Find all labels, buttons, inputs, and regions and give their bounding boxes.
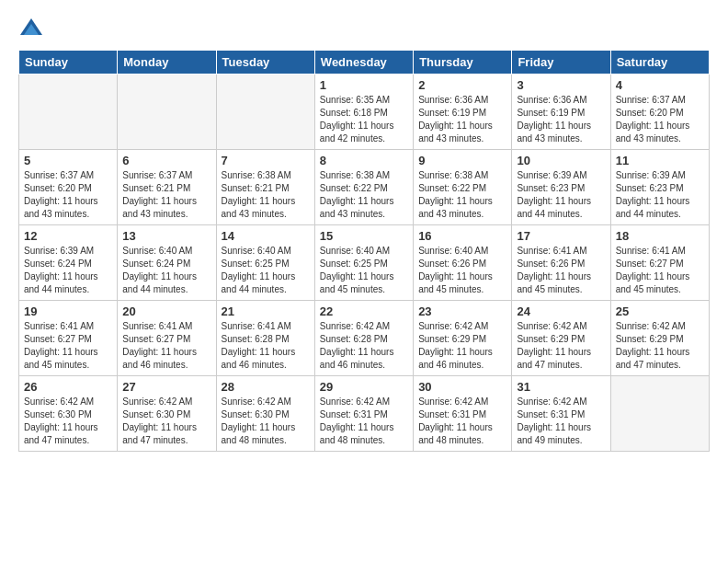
day-number: 19 — [24, 304, 112, 318]
day-info: Sunrise: 6:38 AMSunset: 6:22 PMDaylight:… — [418, 169, 506, 221]
day-cell: 26 Sunrise: 6:42 AMSunset: 6:30 PMDaylig… — [19, 376, 118, 452]
day-number: 16 — [418, 229, 506, 243]
day-info: Sunrise: 6:38 AMSunset: 6:21 PMDaylight:… — [222, 169, 310, 221]
day-cell: 25 Sunrise: 6:42 AMSunset: 6:29 PMDaylig… — [610, 301, 709, 376]
day-cell: 30 Sunrise: 6:42 AMSunset: 6:31 PMDaylig… — [414, 376, 512, 452]
day-number: 23 — [418, 304, 506, 318]
logo — [18, 15, 48, 40]
day-info: Sunrise: 6:41 AMSunset: 6:27 PMDaylight:… — [122, 320, 210, 372]
day-number: 27 — [122, 380, 210, 394]
day-cell: 6 Sunrise: 6:37 AMSunset: 6:21 PMDayligh… — [118, 150, 216, 225]
day-info: Sunrise: 6:41 AMSunset: 6:26 PMDaylight:… — [517, 245, 605, 296]
week-row-4: 19 Sunrise: 6:41 AMSunset: 6:27 PMDaylig… — [19, 301, 710, 376]
day-cell: 19 Sunrise: 6:41 AMSunset: 6:27 PMDaylig… — [19, 301, 118, 376]
day-info: Sunrise: 6:39 AMSunset: 6:23 PMDaylight:… — [517, 169, 605, 221]
weekday-header-sunday: Sunday — [19, 51, 118, 75]
day-info: Sunrise: 6:40 AMSunset: 6:25 PMDaylight:… — [320, 245, 408, 296]
day-info: Sunrise: 6:42 AMSunset: 6:31 PMDaylight:… — [418, 396, 506, 447]
day-number: 14 — [222, 229, 310, 243]
day-cell — [216, 75, 314, 150]
day-cell: 4 Sunrise: 6:37 AMSunset: 6:20 PMDayligh… — [610, 75, 709, 150]
weekday-header-wednesday: Wednesday — [314, 51, 413, 75]
day-number: 9 — [418, 154, 506, 167]
day-cell: 29 Sunrise: 6:42 AMSunset: 6:31 PMDaylig… — [314, 376, 413, 452]
day-cell: 7 Sunrise: 6:38 AMSunset: 6:21 PMDayligh… — [216, 150, 314, 225]
day-number: 21 — [222, 304, 310, 318]
day-number: 18 — [616, 229, 704, 243]
day-cell: 10 Sunrise: 6:39 AMSunset: 6:23 PMDaylig… — [512, 150, 610, 225]
day-number: 29 — [320, 380, 408, 394]
day-cell: 15 Sunrise: 6:40 AMSunset: 6:25 PMDaylig… — [314, 225, 413, 301]
day-cell: 2 Sunrise: 6:36 AMSunset: 6:19 PMDayligh… — [414, 75, 512, 150]
day-number: 20 — [122, 304, 210, 318]
day-cell: 20 Sunrise: 6:41 AMSunset: 6:27 PMDaylig… — [118, 301, 216, 376]
day-cell — [118, 75, 216, 150]
day-cell: 14 Sunrise: 6:40 AMSunset: 6:25 PMDaylig… — [216, 225, 314, 301]
day-number: 5 — [24, 154, 112, 167]
weekday-header-monday: Monday — [118, 51, 216, 75]
day-number: 8 — [320, 154, 408, 167]
day-info: Sunrise: 6:37 AMSunset: 6:21 PMDaylight:… — [122, 169, 210, 221]
logo-icon — [18, 15, 44, 40]
weekday-header-thursday: Thursday — [414, 51, 512, 75]
page: SundayMondayTuesdayWednesdayThursdayFrid… — [0, 0, 728, 563]
day-number: 13 — [122, 229, 210, 243]
day-cell — [19, 75, 118, 150]
day-cell: 21 Sunrise: 6:41 AMSunset: 6:28 PMDaylig… — [216, 301, 314, 376]
calendar: SundayMondayTuesdayWednesdayThursdayFrid… — [18, 50, 710, 452]
day-info: Sunrise: 6:38 AMSunset: 6:22 PMDaylight:… — [320, 169, 408, 221]
day-cell: 24 Sunrise: 6:42 AMSunset: 6:29 PMDaylig… — [512, 301, 610, 376]
header — [18, 15, 710, 40]
day-cell: 11 Sunrise: 6:39 AMSunset: 6:23 PMDaylig… — [610, 150, 709, 225]
day-info: Sunrise: 6:36 AMSunset: 6:19 PMDaylight:… — [418, 94, 506, 145]
weekday-header-tuesday: Tuesday — [216, 51, 314, 75]
day-info: Sunrise: 6:41 AMSunset: 6:27 PMDaylight:… — [616, 245, 704, 296]
day-info: Sunrise: 6:42 AMSunset: 6:28 PMDaylight:… — [320, 320, 408, 372]
day-info: Sunrise: 6:41 AMSunset: 6:28 PMDaylight:… — [222, 320, 310, 372]
day-cell: 27 Sunrise: 6:42 AMSunset: 6:30 PMDaylig… — [118, 376, 216, 452]
day-number: 6 — [122, 154, 210, 167]
day-cell: 28 Sunrise: 6:42 AMSunset: 6:30 PMDaylig… — [216, 376, 314, 452]
day-number: 30 — [418, 380, 506, 394]
day-number: 24 — [517, 304, 605, 318]
day-cell: 23 Sunrise: 6:42 AMSunset: 6:29 PMDaylig… — [414, 301, 512, 376]
day-number: 25 — [616, 304, 704, 318]
day-number: 3 — [517, 78, 605, 92]
day-cell — [610, 376, 709, 452]
day-cell: 12 Sunrise: 6:39 AMSunset: 6:24 PMDaylig… — [19, 225, 118, 301]
day-cell: 1 Sunrise: 6:35 AMSunset: 6:18 PMDayligh… — [314, 75, 413, 150]
day-info: Sunrise: 6:40 AMSunset: 6:24 PMDaylight:… — [122, 245, 210, 296]
day-info: Sunrise: 6:39 AMSunset: 6:24 PMDaylight:… — [24, 245, 112, 296]
week-row-3: 12 Sunrise: 6:39 AMSunset: 6:24 PMDaylig… — [19, 225, 710, 301]
day-cell: 5 Sunrise: 6:37 AMSunset: 6:20 PMDayligh… — [19, 150, 118, 225]
day-info: Sunrise: 6:42 AMSunset: 6:29 PMDaylight:… — [616, 320, 704, 372]
week-row-2: 5 Sunrise: 6:37 AMSunset: 6:20 PMDayligh… — [19, 150, 710, 225]
day-number: 1 — [320, 78, 408, 92]
day-number: 17 — [517, 229, 605, 243]
day-cell: 22 Sunrise: 6:42 AMSunset: 6:28 PMDaylig… — [314, 301, 413, 376]
weekday-header-saturday: Saturday — [610, 51, 709, 75]
day-info: Sunrise: 6:40 AMSunset: 6:26 PMDaylight:… — [418, 245, 506, 296]
day-cell: 16 Sunrise: 6:40 AMSunset: 6:26 PMDaylig… — [414, 225, 512, 301]
day-cell: 3 Sunrise: 6:36 AMSunset: 6:19 PMDayligh… — [512, 75, 610, 150]
week-row-1: 1 Sunrise: 6:35 AMSunset: 6:18 PMDayligh… — [19, 75, 710, 150]
day-info: Sunrise: 6:42 AMSunset: 6:31 PMDaylight:… — [517, 396, 605, 447]
day-number: 22 — [320, 304, 408, 318]
day-number: 11 — [616, 154, 704, 167]
day-number: 7 — [222, 154, 310, 167]
day-number: 2 — [418, 78, 506, 92]
day-info: Sunrise: 6:42 AMSunset: 6:31 PMDaylight:… — [320, 396, 408, 447]
day-number: 26 — [24, 380, 112, 394]
day-info: Sunrise: 6:42 AMSunset: 6:30 PMDaylight:… — [222, 396, 310, 447]
day-cell: 31 Sunrise: 6:42 AMSunset: 6:31 PMDaylig… — [512, 376, 610, 452]
day-cell: 8 Sunrise: 6:38 AMSunset: 6:22 PMDayligh… — [314, 150, 413, 225]
day-info: Sunrise: 6:42 AMSunset: 6:30 PMDaylight:… — [24, 396, 112, 447]
day-number: 28 — [222, 380, 310, 394]
day-info: Sunrise: 6:36 AMSunset: 6:19 PMDaylight:… — [517, 94, 605, 145]
day-number: 31 — [517, 380, 605, 394]
day-info: Sunrise: 6:37 AMSunset: 6:20 PMDaylight:… — [616, 94, 704, 145]
day-info: Sunrise: 6:37 AMSunset: 6:20 PMDaylight:… — [24, 169, 112, 221]
day-cell: 9 Sunrise: 6:38 AMSunset: 6:22 PMDayligh… — [414, 150, 512, 225]
day-info: Sunrise: 6:39 AMSunset: 6:23 PMDaylight:… — [616, 169, 704, 221]
day-info: Sunrise: 6:35 AMSunset: 6:18 PMDaylight:… — [320, 94, 408, 145]
